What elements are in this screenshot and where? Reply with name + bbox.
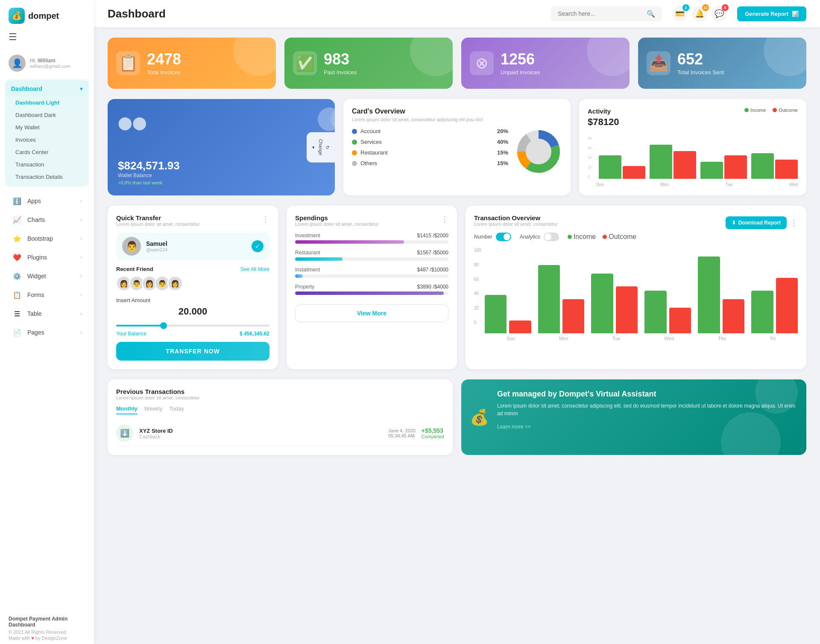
to-bar-mon-income [538, 265, 560, 333]
restaurant-dot [352, 150, 357, 155]
subnav-dashboard-light[interactable]: Dashboard Light [5, 96, 89, 109]
generate-report-button[interactable]: Generate Report 📊 [737, 6, 806, 21]
subnav-transaction-details[interactable]: Transaction Details [5, 171, 89, 183]
charts-icon: 📈 [12, 215, 22, 225]
to-outcome-label: Outcome [609, 233, 636, 241]
paid-icon: ✅ [293, 51, 317, 75]
apps-icon: ℹ️ [12, 196, 22, 206]
bar-tue-outcome [724, 155, 747, 179]
avatar: 👤 [9, 55, 26, 72]
spending-investment: Investment $1415 /$2000 [295, 233, 448, 244]
toggle-analytics-switch[interactable] [544, 233, 559, 241]
to-label-fri: Fri [770, 336, 776, 341]
chat-icon-btn[interactable]: 💬 5 [712, 6, 727, 21]
dashboard-subnav: Dashboard Light Dashboard Dark My Wallet… [5, 96, 89, 185]
change-btn-label: Change [318, 139, 323, 156]
sidebar-footer: Dompet Payment Admin Dashboard © 2021 Al… [0, 609, 94, 644]
change-button[interactable]: ↻ Change ▾ [307, 132, 335, 163]
label-mon: Mon [660, 182, 668, 187]
income-legend-dot [744, 108, 749, 112]
sidebar-item-forms[interactable]: 📋Forms › [3, 286, 91, 304]
transfer-now-button[interactable]: TRANSFER NOW [116, 342, 269, 361]
refresh-icon: ↻ [325, 145, 331, 149]
forms-icon: 📋 [12, 290, 22, 300]
wallet-icon-btn[interactable]: 💳 2 [672, 6, 688, 21]
subnav-dashboard-dark[interactable]: Dashboard Dark [5, 109, 89, 121]
see-all-link[interactable]: See All More [240, 266, 269, 272]
sidebar-item-plugins[interactable]: ❤️Plugins › [3, 248, 91, 267]
tx-cashback-icon: ⬇️ [116, 425, 133, 442]
chevron-right-icon: › [80, 198, 82, 204]
sidebar-item-table[interactable]: ☰Table › [3, 304, 91, 323]
hamburger-menu-icon[interactable]: ☰ [0, 28, 94, 50]
sidebar-item-pages[interactable]: 📄Pages › [3, 323, 91, 342]
toggle-number-switch[interactable] [496, 233, 511, 241]
stat-card-paid-invoices: ✅ 983 Paid Invoices [284, 38, 453, 89]
notification-icon-btn[interactable]: 🔔 12 [692, 6, 707, 21]
chevron-right-icon: › [80, 329, 82, 335]
search-bar: 🔍 [551, 6, 662, 21]
quick-transfer-menu-icon[interactable]: ⋮ [262, 214, 269, 224]
recent-friend-row: Recent Friend See All More [116, 266, 269, 272]
y-label-20: 20 [474, 306, 481, 310]
logo-text: dompet [28, 11, 59, 21]
toggle-number: Number [474, 233, 511, 241]
spending-property: Property $3890 /$4000 [295, 284, 448, 295]
bar-mon-income [650, 145, 672, 179]
transaction-legend: Income Outcome [568, 233, 636, 241]
bottom-row: Quick Transfer Lorem ipsum dolor sit ame… [108, 206, 806, 369]
tab-today[interactable]: Today [169, 405, 184, 414]
view-more-button[interactable]: View More [295, 304, 448, 322]
spendings-card: Spendings Lorem ipsum dolor sit amet, co… [287, 206, 457, 369]
sidebar-item-charts[interactable]: 📈Charts › [3, 210, 91, 229]
cards-overview-title: Card's Overview [352, 108, 562, 115]
va-learn-more-link[interactable]: Learn more >> [497, 424, 531, 430]
stat-paid-invoices-number: 983 [324, 51, 357, 68]
to-label-sun: Sun [507, 336, 515, 341]
tx-detail: Cashback [139, 434, 382, 439]
prev-transactions-desc: Lorem ipsum dolor sit amet, consectetur [116, 395, 444, 400]
header: Dashboard 🔍 💳 2 🔔 12 💬 5 Generate Report… [94, 0, 820, 27]
services-dot [352, 140, 357, 145]
tab-monthly[interactable]: Monthly [116, 405, 138, 414]
logo-icon: 💰 [9, 8, 25, 24]
to-bar-fri-outcome [776, 278, 798, 333]
svg-point-4 [521, 134, 556, 169]
to-bar-thu-outcome [723, 299, 744, 333]
sidebar: 💰 dompet ☰ 👤 Hi, William william@gmail.c… [0, 0, 94, 644]
search-input[interactable] [558, 10, 643, 17]
stat-card-sent-invoices: 📤 652 Total Invoices Sent [638, 38, 806, 89]
balance-amount: $ 456,345.62 [240, 331, 269, 337]
tab-weekly[interactable]: Weekly [144, 405, 162, 414]
download-report-button[interactable]: ⬇ Download Report [726, 216, 787, 229]
sidebar-item-widget[interactable]: ⚙️Widget › [3, 267, 91, 286]
generate-report-label: Generate Report [745, 11, 788, 17]
subnav-invoices[interactable]: Invoices [5, 134, 89, 146]
tx-time: 05:34:45 AM [388, 433, 416, 438]
spendings-menu-icon[interactable]: ⋮ [441, 214, 448, 224]
transaction-overview-menu-icon[interactable]: ⋮ [790, 218, 798, 227]
property-progress [295, 291, 444, 295]
to-bar-fri-income [751, 291, 773, 333]
transfer-check-icon: ✓ [252, 240, 264, 252]
chevron-right-icon: › [80, 292, 82, 298]
cards-overview-desc: Lorem ipsum dolor sit amet, consectetur … [352, 117, 562, 122]
to-income-label: Income [574, 233, 596, 241]
chat-badge: 5 [722, 4, 729, 11]
chart-icon: 📊 [792, 11, 799, 17]
subnav-transaction[interactable]: Transaction [5, 158, 89, 171]
sidebar-item-dashboard[interactable]: Dashboard ▾ [5, 81, 89, 96]
sidebar-item-apps[interactable]: ℹ️Apps › [3, 192, 91, 210]
cards-overview-card: Card's Overview Lorem ipsum dolor sit am… [343, 99, 571, 195]
wallet-change: +0,8% than last week [118, 180, 325, 185]
pie-container: Account 20% Services 40% Restaurant 15% [352, 128, 562, 175]
subnav-cards-center[interactable]: Cards Center [5, 146, 89, 158]
va-title: Get managed by Dompet's Virtual Assistan… [497, 390, 796, 399]
to-bar-sun-outcome [509, 321, 531, 333]
amount-slider[interactable] [116, 325, 269, 326]
transaction-bar-chart [485, 248, 798, 333]
sidebar-item-bootstrap[interactable]: ⭐Bootstrap › [3, 229, 91, 248]
subnav-my-wallet[interactable]: My Wallet [5, 121, 89, 134]
spendings-desc: Lorem ipsum dolor sit amet, consectetur [295, 221, 379, 227]
bar-wed-outcome [775, 160, 798, 179]
